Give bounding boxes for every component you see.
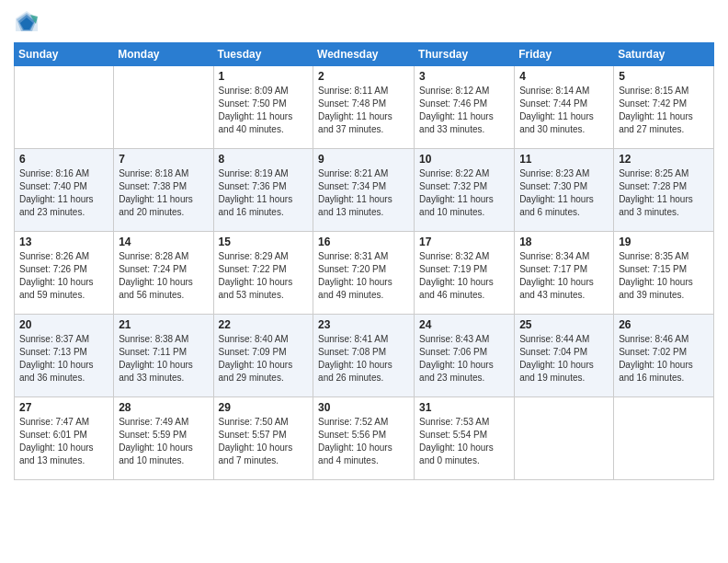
calendar-cell: 23 Sunrise: 8:41 AMSunset: 7:08 PMDaylig… <box>313 315 415 397</box>
day-info: Sunrise: 8:41 AMSunset: 7:08 PMDaylight:… <box>318 333 409 385</box>
calendar-page: SundayMondayTuesdayWednesdayThursdayFrid… <box>0 0 728 563</box>
day-number: 12 <box>619 153 709 166</box>
calendar-cell: 31 Sunrise: 7:53 AMSunset: 5:54 PMDaylig… <box>415 397 515 480</box>
day-number: 22 <box>219 318 309 331</box>
day-number: 7 <box>119 153 208 166</box>
week-row-1: 1 Sunrise: 8:09 AMSunset: 7:50 PMDayligh… <box>15 66 714 149</box>
calendar-cell: 21 Sunrise: 8:38 AMSunset: 7:11 PMDaylig… <box>114 315 213 397</box>
calendar-cell: 14 Sunrise: 8:28 AMSunset: 7:24 PMDaylig… <box>114 232 213 315</box>
week-row-3: 13 Sunrise: 8:26 AMSunset: 7:26 PMDaylig… <box>15 232 714 315</box>
calendar-cell: 1 Sunrise: 8:09 AMSunset: 7:50 PMDayligh… <box>213 66 313 149</box>
day-info: Sunrise: 8:09 AMSunset: 7:50 PMDaylight:… <box>219 85 309 136</box>
day-info: Sunrise: 8:29 AMSunset: 7:22 PMDaylight:… <box>219 250 309 302</box>
day-number: 23 <box>318 318 409 331</box>
day-info: Sunrise: 7:52 AMSunset: 5:56 PMDaylight:… <box>318 416 409 467</box>
calendar-cell: 24 Sunrise: 8:43 AMSunset: 7:06 PMDaylig… <box>415 315 515 397</box>
calendar-cell: 15 Sunrise: 8:29 AMSunset: 7:22 PMDaylig… <box>213 232 313 315</box>
header-day-tuesday: Tuesday <box>213 43 313 66</box>
day-number: 5 <box>619 70 709 83</box>
calendar-cell: 30 Sunrise: 7:52 AMSunset: 5:56 PMDaylig… <box>313 397 415 480</box>
day-number: 24 <box>419 318 509 331</box>
calendar-cell: 11 Sunrise: 8:23 AMSunset: 7:30 PMDaylig… <box>515 149 614 232</box>
day-info: Sunrise: 7:49 AMSunset: 5:59 PMDaylight:… <box>119 416 208 467</box>
calendar-cell: 5 Sunrise: 8:15 AMSunset: 7:42 PMDayligh… <box>614 66 714 149</box>
header-day-wednesday: Wednesday <box>313 43 415 66</box>
calendar-cell: 7 Sunrise: 8:18 AMSunset: 7:38 PMDayligh… <box>114 149 213 232</box>
day-number: 25 <box>519 318 609 331</box>
day-number: 16 <box>318 236 409 248</box>
day-number: 18 <box>519 236 609 248</box>
day-number: 30 <box>318 401 409 414</box>
calendar-cell: 20 Sunrise: 8:37 AMSunset: 7:13 PMDaylig… <box>15 315 114 397</box>
calendar-cell: 6 Sunrise: 8:16 AMSunset: 7:40 PMDayligh… <box>15 149 114 232</box>
calendar-table: SundayMondayTuesdayWednesdayThursdayFrid… <box>14 42 714 480</box>
calendar-cell: 16 Sunrise: 8:31 AMSunset: 7:20 PMDaylig… <box>313 232 415 315</box>
header-day-monday: Monday <box>114 43 213 66</box>
week-row-2: 6 Sunrise: 8:16 AMSunset: 7:40 PMDayligh… <box>15 149 714 232</box>
calendar-cell: 26 Sunrise: 8:46 AMSunset: 7:02 PMDaylig… <box>614 315 714 397</box>
calendar-cell: 8 Sunrise: 8:19 AMSunset: 7:36 PMDayligh… <box>213 149 313 232</box>
calendar-cell <box>515 397 614 480</box>
day-number: 6 <box>19 153 108 166</box>
day-info: Sunrise: 8:38 AMSunset: 7:11 PMDaylight:… <box>119 333 208 385</box>
calendar-cell: 22 Sunrise: 8:40 AMSunset: 7:09 PMDaylig… <box>213 315 313 397</box>
day-number: 21 <box>119 318 208 331</box>
day-number: 19 <box>619 236 709 248</box>
day-number: 13 <box>19 236 108 248</box>
calendar-cell: 3 Sunrise: 8:12 AMSunset: 7:46 PMDayligh… <box>415 66 515 149</box>
calendar-body: 1 Sunrise: 8:09 AMSunset: 7:50 PMDayligh… <box>15 66 714 480</box>
day-number: 28 <box>119 401 208 414</box>
day-number: 10 <box>419 153 509 166</box>
calendar-cell <box>114 66 213 149</box>
day-number: 29 <box>219 401 309 414</box>
day-number: 9 <box>318 153 409 166</box>
day-info: Sunrise: 8:44 AMSunset: 7:04 PMDaylight:… <box>519 333 609 385</box>
day-number: 8 <box>219 153 309 166</box>
day-info: Sunrise: 8:25 AMSunset: 7:28 PMDaylight:… <box>619 167 709 219</box>
day-number: 4 <box>519 70 609 83</box>
header-day-friday: Friday <box>515 43 614 66</box>
day-number: 3 <box>419 70 509 83</box>
day-info: Sunrise: 8:23 AMSunset: 7:30 PMDaylight:… <box>519 167 609 219</box>
day-info: Sunrise: 8:43 AMSunset: 7:06 PMDaylight:… <box>419 333 509 385</box>
day-info: Sunrise: 8:19 AMSunset: 7:36 PMDaylight:… <box>219 167 309 219</box>
day-number: 27 <box>19 401 108 414</box>
header <box>14 9 714 35</box>
day-info: Sunrise: 8:22 AMSunset: 7:32 PMDaylight:… <box>419 167 509 219</box>
day-info: Sunrise: 8:15 AMSunset: 7:42 PMDaylight:… <box>619 85 709 136</box>
calendar-cell: 29 Sunrise: 7:50 AMSunset: 5:57 PMDaylig… <box>213 397 313 480</box>
day-info: Sunrise: 8:26 AMSunset: 7:26 PMDaylight:… <box>19 250 108 302</box>
day-number: 17 <box>419 236 509 248</box>
day-number: 11 <box>519 153 609 166</box>
day-info: Sunrise: 8:34 AMSunset: 7:17 PMDaylight:… <box>519 250 609 302</box>
day-number: 2 <box>318 70 409 83</box>
calendar-cell: 9 Sunrise: 8:21 AMSunset: 7:34 PMDayligh… <box>313 149 415 232</box>
day-info: Sunrise: 7:53 AMSunset: 5:54 PMDaylight:… <box>419 416 509 467</box>
calendar-cell: 2 Sunrise: 8:11 AMSunset: 7:48 PMDayligh… <box>313 66 415 149</box>
calendar-cell: 28 Sunrise: 7:49 AMSunset: 5:59 PMDaylig… <box>114 397 213 480</box>
header-day-saturday: Saturday <box>614 43 714 66</box>
day-info: Sunrise: 8:35 AMSunset: 7:15 PMDaylight:… <box>619 250 709 302</box>
calendar-cell: 12 Sunrise: 8:25 AMSunset: 7:28 PMDaylig… <box>614 149 714 232</box>
day-number: 14 <box>119 236 208 248</box>
calendar-cell: 13 Sunrise: 8:26 AMSunset: 7:26 PMDaylig… <box>15 232 114 315</box>
week-row-4: 20 Sunrise: 8:37 AMSunset: 7:13 PMDaylig… <box>15 315 714 397</box>
week-row-5: 27 Sunrise: 7:47 AMSunset: 6:01 PMDaylig… <box>15 397 714 480</box>
logo <box>14 9 43 35</box>
day-number: 20 <box>19 318 108 331</box>
calendar-cell: 10 Sunrise: 8:22 AMSunset: 7:32 PMDaylig… <box>415 149 515 232</box>
calendar-cell <box>15 66 114 149</box>
calendar-cell: 4 Sunrise: 8:14 AMSunset: 7:44 PMDayligh… <box>515 66 614 149</box>
day-info: Sunrise: 8:28 AMSunset: 7:24 PMDaylight:… <box>119 250 208 302</box>
calendar-cell: 19 Sunrise: 8:35 AMSunset: 7:15 PMDaylig… <box>614 232 714 315</box>
day-info: Sunrise: 7:50 AMSunset: 5:57 PMDaylight:… <box>219 416 309 467</box>
day-number: 31 <box>419 401 509 414</box>
day-info: Sunrise: 8:37 AMSunset: 7:13 PMDaylight:… <box>19 333 108 385</box>
day-info: Sunrise: 8:11 AMSunset: 7:48 PMDaylight:… <box>318 85 409 136</box>
calendar-cell: 18 Sunrise: 8:34 AMSunset: 7:17 PMDaylig… <box>515 232 614 315</box>
calendar-header: SundayMondayTuesdayWednesdayThursdayFrid… <box>15 43 714 66</box>
calendar-cell: 17 Sunrise: 8:32 AMSunset: 7:19 PMDaylig… <box>415 232 515 315</box>
day-number: 15 <box>219 236 309 248</box>
header-day-sunday: Sunday <box>15 43 114 66</box>
day-number: 26 <box>619 318 709 331</box>
